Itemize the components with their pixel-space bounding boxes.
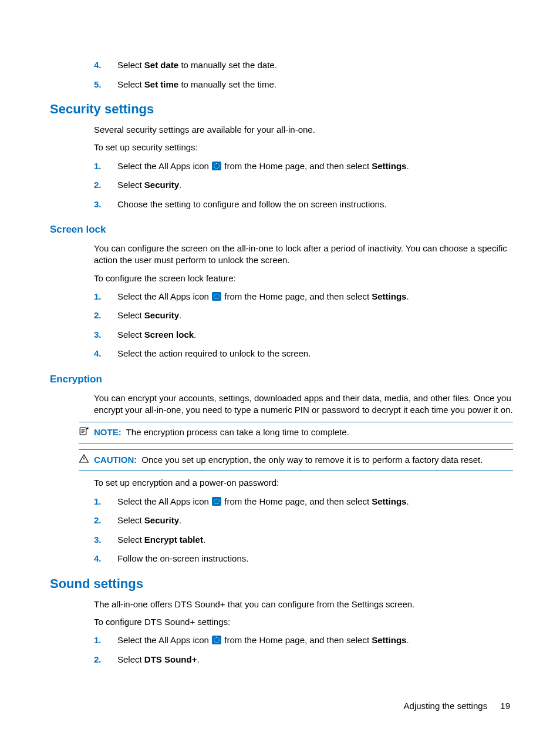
screen-lock-steps: 1. Select the All Apps icon from the Hom… [94, 290, 513, 361]
encryption-block: You can encrypt your accounts, settings,… [94, 392, 513, 566]
list-item: 4. Follow the on-screen instructions. [94, 552, 513, 566]
sound-steps: 1. Select the All Apps icon from the Hom… [94, 634, 513, 666]
step-number: 1. [94, 290, 102, 304]
footer-text: Adjusting the settings [404, 701, 488, 711]
note-label: NOTE: [94, 426, 122, 438]
page-number: 19 [500, 701, 510, 711]
list-item: 1. Select the All Apps icon from the Hom… [94, 634, 513, 647]
all-apps-icon [212, 636, 221, 644]
encryption-heading: Encryption [50, 374, 513, 385]
step-number: 2. [94, 514, 102, 527]
step-number: 1. [94, 160, 102, 173]
step-number: 4. [94, 59, 102, 72]
paragraph: To set up encryption and a power-on pass… [94, 477, 513, 489]
step-number: 2. [94, 179, 102, 192]
all-apps-icon [212, 292, 221, 301]
caution-label: CAUTION: [94, 453, 137, 466]
paragraph: The all-in-one offers DTS Sound+ that yo… [94, 599, 513, 610]
security-settings-heading: Security settings [50, 102, 513, 117]
datetime-steps-block: 4. Select Set date to manually set the d… [94, 59, 513, 91]
step-number: 2. [94, 309, 102, 322]
note-icon [79, 426, 89, 439]
step-number: 3. [94, 198, 102, 211]
step-number: 4. [94, 347, 102, 361]
sound-block: The all-in-one offers DTS Sound+ that yo… [94, 599, 513, 667]
list-item: 2. Select Security. [94, 179, 513, 192]
list-item: 2. Select DTS Sound+. [94, 653, 513, 667]
all-apps-icon [212, 162, 221, 170]
screen-lock-block: You can configure the screen on the all-… [94, 243, 513, 361]
page-footer: Adjusting the settings 19 [404, 701, 510, 711]
list-item: 2. Select Security. [94, 309, 513, 322]
caution-text: Once you set up encryption, the only way… [141, 453, 513, 466]
paragraph: To set up security settings: [94, 142, 513, 153]
security-steps: 1. Select the All Apps icon from the Hom… [94, 160, 513, 211]
step-number: 4. [94, 552, 102, 566]
security-block: Several security settings are available … [94, 124, 513, 211]
list-item: 2. Select Security. [94, 514, 513, 527]
paragraph: Several security settings are available … [94, 124, 513, 136]
list-item: 1. Select the All Apps icon from the Hom… [94, 290, 513, 304]
list-item: 1. Select the All Apps icon from the Hom… [94, 160, 513, 173]
encryption-steps: 1. Select the All Apps icon from the Hom… [94, 495, 513, 566]
step-number: 3. [94, 328, 102, 342]
datetime-steps: 4. Select Set date to manually set the d… [94, 59, 513, 91]
list-item: 3. Choose the setting to configure and f… [94, 198, 513, 211]
list-item: 3. Select Screen lock. [94, 328, 513, 342]
sound-settings-heading: Sound settings [50, 576, 513, 592]
caution-icon [79, 453, 89, 467]
all-apps-icon [212, 497, 221, 506]
paragraph: You can encrypt your accounts, settings,… [94, 392, 513, 416]
step-number: 3. [94, 533, 102, 547]
list-item: 3. Select Encrypt tablet. [94, 533, 513, 547]
step-number: 5. [94, 78, 102, 92]
step-number: 2. [94, 653, 102, 667]
page: 4. Select Set date to manually set the d… [0, 0, 560, 746]
paragraph: To configure DTS Sound+ settings: [94, 616, 513, 628]
list-item: 4. Select the action required to unlock … [94, 347, 513, 361]
step-number: 1. [94, 495, 102, 509]
list-item: 5. Select Set time to manually set the t… [94, 78, 513, 92]
note-text: The encryption process can take a long t… [126, 426, 513, 438]
screen-lock-heading: Screen lock [50, 224, 513, 236]
step-number: 1. [94, 634, 102, 647]
list-item: 4. Select Set date to manually set the d… [94, 59, 513, 72]
note-callout: NOTE: The encryption process can take a … [79, 422, 513, 443]
caution-callout: CAUTION: Once you set up encryption, the… [79, 449, 513, 471]
paragraph: You can configure the screen on the all-… [94, 243, 513, 267]
list-item: 1. Select the All Apps icon from the Hom… [94, 495, 513, 509]
paragraph: To configure the screen lock feature: [94, 273, 513, 284]
